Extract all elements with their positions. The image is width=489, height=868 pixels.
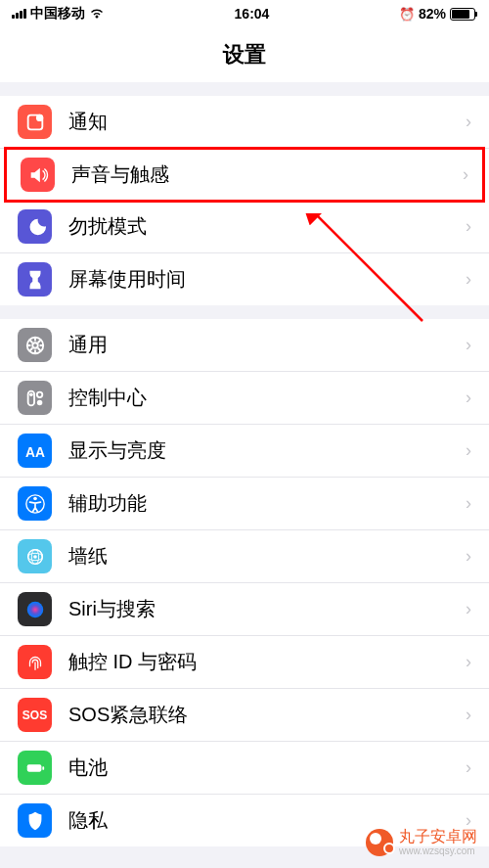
sos-text: SOS [22, 708, 47, 722]
settings-item-dnd[interactable]: 勿扰模式 › [0, 201, 489, 253]
battery-icon [450, 8, 477, 21]
item-label: 通用 [68, 332, 466, 358]
chevron-right-icon: › [466, 216, 471, 237]
settings-item-notifications[interactable]: 通知 › [0, 96, 489, 149]
chevron-right-icon: › [466, 112, 471, 132]
chevron-right-icon: › [466, 388, 471, 408]
watermark-url: www.wzsqsy.com [399, 845, 477, 856]
item-label: 墙纸 [68, 543, 466, 570]
display-icon: AA [18, 434, 52, 468]
group-separator [0, 305, 489, 319]
status-bar: 中国移动 16:04 ⏰ 82% [0, 0, 489, 27]
item-label: 显示与亮度 [68, 437, 466, 464]
settings-item-accessibility[interactable]: 辅助功能 › [0, 478, 489, 530]
chevron-right-icon: › [466, 269, 471, 290]
dnd-icon [18, 209, 52, 244]
item-label: 通知 [68, 109, 466, 135]
chevron-right-icon: › [466, 652, 471, 672]
sounds-icon [21, 158, 55, 192]
settings-item-general[interactable]: 通用 › [0, 319, 489, 372]
status-right: ⏰ 82% [399, 6, 477, 22]
settings-group-2: 通用 › 控制中心 › AA 显示与亮度 › 辅助功能 › 墙纸 › Siri与… [0, 319, 489, 846]
svg-rect-17 [42, 766, 44, 770]
chevron-right-icon: › [466, 335, 471, 355]
item-label: 屏幕使用时间 [68, 266, 466, 293]
watermark-label: 丸子安卓网 [399, 828, 477, 845]
svg-point-12 [33, 555, 37, 559]
wifi-icon [89, 8, 105, 20]
svg-point-3 [32, 343, 38, 348]
sos-icon: SOS [18, 698, 52, 732]
settings-item-wallpaper[interactable]: 墙纸 › [0, 530, 489, 583]
settings-item-battery[interactable]: 电池 › [0, 742, 489, 795]
watermark: 丸子安卓网 www.wzsqsy.com [366, 828, 477, 856]
chevron-right-icon: › [466, 440, 471, 461]
alarm-icon: ⏰ [399, 7, 415, 22]
settings-item-control-center[interactable]: 控制中心 › [0, 372, 489, 425]
accessibility-icon [18, 486, 52, 521]
battery-percent: 82% [419, 6, 446, 22]
screentime-icon [18, 262, 52, 297]
chevron-right-icon: › [466, 493, 471, 514]
signal-icon [12, 9, 26, 19]
svg-point-1 [35, 114, 42, 120]
item-label: Siri与搜索 [68, 596, 466, 622]
control-center-icon [18, 381, 52, 415]
privacy-icon [18, 803, 52, 838]
settings-item-sos[interactable]: SOS SOS紧急联络 › [0, 689, 489, 742]
item-label: 电池 [68, 754, 466, 781]
settings-item-sounds[interactable]: 声音与触感 › [4, 147, 485, 203]
svg-rect-16 [26, 764, 41, 771]
touchid-icon [18, 645, 52, 679]
chevron-right-icon: › [466, 705, 471, 725]
watermark-icon [366, 829, 393, 856]
page-header: 设置 [0, 27, 489, 82]
settings-group-1: 通知 › 声音与触感 › 勿扰模式 › 屏幕使用时间 › [0, 96, 489, 305]
svg-point-7 [36, 399, 42, 405]
item-label: 声音与触感 [71, 161, 463, 188]
chevron-right-icon: › [466, 757, 471, 778]
settings-item-display[interactable]: AA 显示与亮度 › [0, 425, 489, 478]
settings-item-touchid[interactable]: 触控 ID 与密码 › [0, 636, 489, 689]
svg-point-15 [26, 601, 43, 617]
settings-item-siri[interactable]: Siri与搜索 › [0, 583, 489, 636]
item-label: 触控 ID 与密码 [68, 649, 466, 675]
wallpaper-icon [18, 539, 52, 573]
svg-point-6 [36, 391, 42, 397]
chevron-right-icon: › [466, 546, 471, 567]
chevron-right-icon: › [466, 599, 471, 619]
item-label: 勿扰模式 [68, 213, 466, 240]
group-separator [0, 82, 489, 96]
chevron-right-icon: › [463, 164, 468, 185]
settings-item-screentime[interactable]: 屏幕使用时间 › [0, 253, 489, 305]
svg-point-5 [29, 392, 33, 396]
page-title: 设置 [223, 40, 266, 69]
item-label: SOS紧急联络 [68, 702, 466, 728]
battery-icon [18, 751, 52, 785]
item-label: 辅助功能 [68, 490, 466, 517]
general-icon [18, 328, 52, 362]
siri-icon [18, 592, 52, 626]
carrier-label: 中国移动 [30, 5, 85, 23]
svg-text:AA: AA [25, 444, 45, 459]
item-label: 控制中心 [68, 385, 466, 411]
notifications-icon [18, 105, 52, 139]
status-left: 中国移动 [12, 5, 105, 23]
svg-point-10 [33, 496, 37, 500]
status-time: 16:04 [235, 6, 270, 22]
